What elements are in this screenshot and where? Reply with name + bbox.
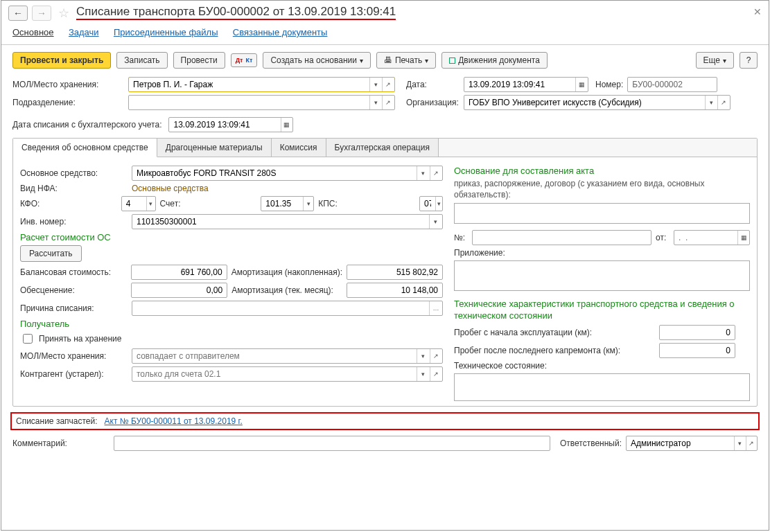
inv-input[interactable] bbox=[132, 215, 429, 229]
back-button[interactable]: ← bbox=[8, 6, 28, 21]
dropdown-icon[interactable]: ▾ bbox=[417, 166, 429, 180]
mol-label: МОЛ/Место хранения: bbox=[12, 80, 124, 89]
responsible-input[interactable] bbox=[627, 436, 734, 450]
tech-state-textarea[interactable] bbox=[454, 373, 750, 401]
accept-storage-checkbox[interactable] bbox=[23, 334, 33, 344]
nav-files[interactable]: Присоединенные файлы bbox=[114, 27, 218, 37]
basis-date-input[interactable] bbox=[674, 231, 737, 245]
attachment-label: Приложение: bbox=[454, 248, 509, 258]
date-input-group: ▦ bbox=[464, 77, 588, 92]
nav-tasks[interactable]: Задачи bbox=[69, 27, 99, 37]
save-button[interactable]: Записать bbox=[116, 52, 167, 69]
mileage-start-label: Пробег с начала эксплуатации (км): bbox=[454, 328, 655, 337]
dropdown-icon[interactable]: ▾ bbox=[435, 197, 442, 211]
nav-links: Основное Задачи Присоединенные файлы Свя… bbox=[1, 26, 769, 45]
calendar-icon[interactable]: ▦ bbox=[281, 118, 293, 132]
writeoff-date-input[interactable] bbox=[169, 118, 280, 132]
open-icon[interactable]: ↗ bbox=[717, 96, 730, 109]
dropdown-icon[interactable]: ▾ bbox=[369, 78, 382, 91]
more-button[interactable]: Еще▾ bbox=[696, 52, 734, 69]
date-input[interactable] bbox=[464, 78, 575, 91]
depreciation-input[interactable] bbox=[132, 283, 227, 297]
left-column: Основное средство: ▾ ↗ Вид НФА: Основные… bbox=[20, 163, 443, 403]
cost-calc-header: Расчет стоимости ОС bbox=[20, 232, 443, 242]
basis-textarea[interactable] bbox=[454, 203, 750, 224]
tab-os-info[interactable]: Сведения об основном средстве bbox=[13, 139, 157, 157]
mileage-repair-label: Пробег после последнего капремонта (км): bbox=[454, 346, 655, 355]
kfo-group: ▾ bbox=[121, 196, 156, 211]
contractor-input[interactable] bbox=[132, 367, 417, 381]
help-button[interactable]: ? bbox=[740, 52, 758, 69]
tab-precious[interactable]: Драгоценные материалы bbox=[157, 139, 272, 157]
open-icon[interactable]: ↗ bbox=[746, 436, 757, 450]
more-label: Еще bbox=[703, 55, 720, 65]
tab-commission[interactable]: Комиссия bbox=[272, 139, 326, 157]
movements-icon bbox=[449, 57, 455, 64]
reason-input[interactable] bbox=[132, 301, 429, 315]
org-input[interactable] bbox=[464, 96, 705, 109]
close-icon[interactable]: ✕ bbox=[753, 6, 762, 17]
comment-label: Комментарий: bbox=[12, 438, 110, 448]
create-based-on-button[interactable]: Создать на основании▾ bbox=[263, 52, 371, 69]
writeoff-date-group: ▦ bbox=[168, 117, 293, 132]
mol2-input[interactable] bbox=[132, 349, 417, 363]
basis-num-label: №: bbox=[454, 233, 468, 242]
mileage-repair-input[interactable] bbox=[660, 344, 735, 357]
number-input[interactable] bbox=[628, 78, 717, 91]
attachment-textarea[interactable] bbox=[454, 260, 750, 291]
mol-input[interactable] bbox=[129, 78, 369, 91]
dropdown-icon[interactable]: ▾ bbox=[417, 367, 429, 381]
org-label: Организация: bbox=[406, 98, 460, 107]
dropdown-icon[interactable]: ▾ bbox=[303, 197, 313, 211]
ellipsis-icon[interactable]: … bbox=[429, 301, 442, 315]
dept-input-group: ▾ ↗ bbox=[128, 95, 395, 110]
row-dept: Подразделение: ▾ ↗ Организация: ▾ ↗ bbox=[1, 94, 769, 112]
dropdown-icon[interactable]: ▾ bbox=[429, 215, 442, 229]
basis-num-input[interactable] bbox=[473, 231, 651, 245]
nav-main[interactable]: Основное bbox=[12, 27, 54, 37]
open-icon[interactable]: ↗ bbox=[430, 349, 442, 363]
chevron-down-icon: ▾ bbox=[360, 57, 363, 64]
dropdown-icon[interactable]: ▾ bbox=[146, 197, 155, 211]
calculate-button[interactable]: Рассчитать bbox=[20, 245, 82, 262]
account-input[interactable] bbox=[261, 197, 303, 211]
row-writeoff-date: Дата списания с бухгалтерского учета: ▦ bbox=[1, 116, 769, 134]
print-button[interactable]: 🖶Печать▾ bbox=[376, 52, 436, 69]
amort-month-input[interactable] bbox=[347, 283, 442, 297]
open-icon[interactable]: ↗ bbox=[382, 78, 394, 91]
open-icon[interactable]: ↗ bbox=[430, 166, 442, 180]
dropdown-icon[interactable]: ▾ bbox=[417, 349, 429, 363]
dropdown-icon[interactable]: ▾ bbox=[369, 96, 382, 109]
dept-input[interactable] bbox=[129, 96, 369, 109]
account-group: ▾ bbox=[261, 196, 314, 211]
right-column: Основание для составления акта приказ, р… bbox=[454, 163, 750, 403]
favorite-star-icon[interactable]: ☆ bbox=[58, 6, 69, 21]
forward-button[interactable]: → bbox=[32, 6, 51, 21]
responsible-label: Ответственный: bbox=[560, 438, 622, 448]
dropdown-icon[interactable]: ▾ bbox=[705, 96, 717, 109]
parts-act-link[interactable]: Акт № БУ00-000011 от 13.09.2019 г. bbox=[105, 416, 243, 426]
debit-credit-button[interactable]: ДтКт bbox=[231, 53, 258, 67]
kfo-input[interactable] bbox=[122, 197, 146, 211]
balance-input[interactable] bbox=[132, 265, 227, 279]
post-and-close-button[interactable]: Провести и закрыть bbox=[12, 52, 111, 69]
comment-input[interactable] bbox=[114, 436, 550, 450]
open-icon[interactable]: ↗ bbox=[382, 96, 394, 109]
amort-accum-input[interactable] bbox=[347, 265, 442, 279]
nfa-label: Вид НФА: bbox=[20, 184, 128, 193]
mileage-start-input[interactable] bbox=[660, 326, 735, 339]
asset-input[interactable] bbox=[132, 166, 417, 180]
create-based-on-label: Создать на основании bbox=[270, 55, 357, 65]
amort-accum-label: Амортизация (накопленная): bbox=[231, 267, 342, 277]
dropdown-icon[interactable]: ▾ bbox=[734, 436, 745, 450]
nav-links-docs[interactable]: Связанные документы bbox=[233, 27, 328, 37]
post-button[interactable]: Провести bbox=[173, 52, 225, 69]
calendar-icon[interactable]: ▦ bbox=[575, 78, 588, 91]
kps-input[interactable] bbox=[420, 197, 435, 211]
movements-button[interactable]: Движения документа bbox=[441, 52, 548, 69]
titlebar: ← → ☆ Списание транспорта БУ00-000002 от… bbox=[1, 1, 769, 26]
tab-accounting[interactable]: Бухгалтерская операция bbox=[326, 139, 439, 157]
open-icon[interactable]: ↗ bbox=[430, 367, 442, 381]
tab-body: Основное средство: ▾ ↗ Вид НФА: Основные… bbox=[13, 157, 757, 406]
calendar-icon[interactable]: ▦ bbox=[737, 231, 749, 245]
